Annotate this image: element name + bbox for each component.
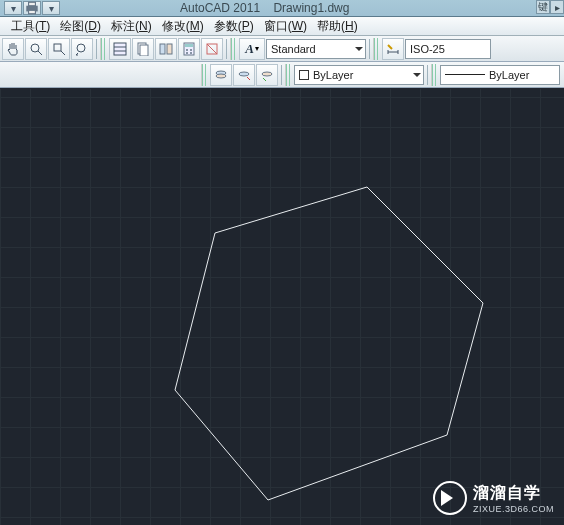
text-style-button[interactable]: A ▾ [239, 38, 265, 60]
layer-uniso-icon [260, 68, 274, 82]
print-button[interactable] [23, 1, 41, 15]
layer-states-button[interactable] [210, 64, 232, 86]
color-dropdown[interactable]: ByLayer [294, 65, 424, 85]
properties-button[interactable] [109, 38, 131, 60]
pan-button[interactable] [2, 38, 24, 60]
menu-param[interactable]: 参数(P) [209, 16, 259, 37]
keyword-button[interactable]: 键 [536, 0, 550, 14]
svg-rect-13 [160, 44, 165, 54]
sheet-set-button[interactable] [132, 38, 154, 60]
text-A-icon: A [245, 41, 254, 57]
menu-dim[interactable]: 标注(N) [106, 16, 157, 37]
menu-bar: 工具(T) 绘图(D) 标注(N) 修改(M) 参数(P) 窗口(W) 帮助(H… [0, 17, 564, 36]
toolbar-grip[interactable] [230, 38, 236, 60]
quick-access-toolbar: ▾ ▾ [0, 1, 60, 15]
window-title: AutoCAD 2011 Drawing1.dwg [180, 1, 349, 15]
markup-icon [205, 42, 219, 56]
qat-dropdown[interactable]: ▾ [4, 1, 22, 15]
separator [427, 65, 428, 85]
svg-point-3 [31, 44, 39, 52]
menu-modify[interactable]: 修改(M) [157, 16, 209, 37]
chevron-down-icon: ▾ [255, 44, 259, 53]
watermark: 溜溜自学 ZIXUE.3D66.COM [433, 481, 554, 515]
toolbar-grip[interactable] [431, 64, 437, 86]
chevron-down-icon [413, 73, 421, 81]
layers-toolbar: ByLayer ByLayer [0, 62, 564, 88]
toolbar-grip[interactable] [201, 64, 207, 86]
menu-help[interactable]: 帮助(H) [312, 16, 363, 37]
svg-line-6 [61, 51, 65, 55]
svg-point-17 [186, 49, 188, 51]
sheet-icon [136, 42, 150, 56]
tool-palettes-button[interactable] [155, 38, 177, 60]
zoom-window-icon [52, 42, 66, 56]
svg-rect-8 [114, 43, 126, 55]
svg-point-26 [239, 72, 249, 76]
title-extra-buttons: 键 ▸ [536, 0, 564, 14]
chevron-down-icon: ▾ [11, 3, 16, 14]
palette-icon [159, 42, 173, 56]
layer-iso-button[interactable] [233, 64, 255, 86]
app-name: AutoCAD 2011 [180, 1, 260, 15]
chevron-down-icon [355, 47, 363, 55]
watermark-title: 溜溜自学 [473, 483, 554, 504]
svg-rect-14 [167, 44, 172, 54]
separator [281, 65, 282, 85]
toolbar-grip[interactable] [373, 38, 379, 60]
text-style-value: Standard [271, 43, 316, 55]
svg-point-7 [77, 44, 85, 52]
svg-rect-12 [140, 45, 148, 56]
layer-states-icon [214, 68, 228, 82]
dim-style-dropdown[interactable]: ISO-25 [405, 39, 491, 59]
separator [226, 39, 227, 59]
svg-rect-5 [54, 44, 61, 51]
menu-draw[interactable]: 绘图(D) [55, 16, 106, 37]
toolbar-grip[interactable] [100, 38, 106, 60]
color-value: ByLayer [313, 69, 353, 81]
linetype-value: ByLayer [489, 69, 529, 81]
calc-icon [182, 42, 196, 56]
zoom-icon [29, 42, 43, 56]
chevron-down-icon: ▾ [49, 3, 54, 14]
svg-rect-16 [185, 44, 193, 47]
svg-line-4 [38, 51, 42, 55]
dim-style-value: ISO-25 [410, 43, 445, 55]
print-icon [24, 0, 40, 16]
menu-tools[interactable]: 工具(T) [6, 16, 55, 37]
properties-icon [113, 42, 127, 56]
hexagon-polyline[interactable] [175, 187, 483, 500]
zoom-window-button[interactable] [48, 38, 70, 60]
svg-rect-2 [29, 10, 36, 13]
layer-uniso-button[interactable] [256, 64, 278, 86]
titlebar-chevron[interactable]: ▸ [550, 0, 564, 14]
separator [96, 39, 97, 59]
watermark-sub: ZIXUE.3D66.COM [473, 504, 554, 514]
layer-iso-icon [237, 68, 251, 82]
svg-point-18 [190, 49, 192, 51]
zoom-previous-button[interactable] [71, 38, 93, 60]
qat-more[interactable]: ▾ [42, 1, 60, 15]
file-name: Drawing1.dwg [273, 1, 349, 15]
svg-point-27 [262, 72, 272, 76]
separator [369, 39, 370, 59]
linetype-dropdown[interactable]: ByLayer [440, 65, 560, 85]
markup-button[interactable] [201, 38, 223, 60]
calc-button[interactable] [178, 38, 200, 60]
title-bar: ▾ ▾ AutoCAD 2011 Drawing1.dwg 键 ▸ [0, 0, 564, 17]
toolbar-grip[interactable] [285, 64, 291, 86]
pan-icon [6, 42, 20, 56]
chevron-right-icon: ▸ [555, 2, 560, 13]
zoom-extents-button[interactable] [25, 38, 47, 60]
play-icon [433, 481, 467, 515]
svg-point-20 [190, 52, 192, 54]
menu-window[interactable]: 窗口(W) [259, 16, 312, 37]
zoom-prev-icon [75, 42, 89, 56]
dim-style-button[interactable] [382, 38, 404, 60]
drawing-area[interactable]: 溜溜自学 ZIXUE.3D66.COM [0, 89, 564, 525]
text-style-dropdown[interactable]: Standard [266, 39, 366, 59]
svg-point-19 [186, 52, 188, 54]
standard-toolbar: A ▾ Standard ISO-25 [0, 36, 564, 62]
svg-point-25 [216, 74, 226, 78]
color-swatch-icon [299, 70, 309, 80]
svg-rect-1 [29, 2, 36, 5]
